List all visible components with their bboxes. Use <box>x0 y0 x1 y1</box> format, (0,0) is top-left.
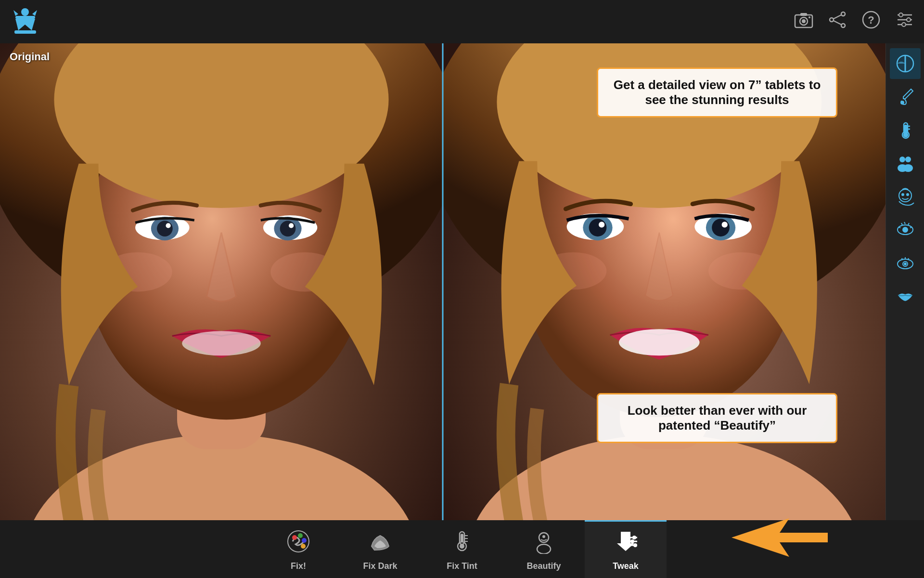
svg-line-15 <box>834 15 841 19</box>
beautify-label: Beautify <box>526 561 561 571</box>
svg-point-74 <box>899 189 911 202</box>
svg-rect-10 <box>800 13 807 16</box>
svg-point-70 <box>899 157 905 162</box>
svg-point-56 <box>712 219 730 236</box>
svg-point-111 <box>633 543 637 547</box>
svg-point-11 <box>808 16 810 18</box>
tooltip-tablets: Get a detailed view on 7” tablets to see… <box>597 67 837 118</box>
sidebar-eye-detail-button[interactable] <box>890 248 921 278</box>
svg-point-71 <box>905 157 911 162</box>
svg-line-79 <box>904 222 905 224</box>
photo-canvas[interactable]: Original Get a detailed view on 7” table… <box>0 43 886 520</box>
tweak-icon <box>613 529 638 557</box>
tweak-button[interactable]: Tweak <box>585 520 667 578</box>
fix-label: Fix! <box>291 561 306 571</box>
svg-point-12 <box>841 12 845 16</box>
svg-point-94 <box>301 544 306 549</box>
svg-point-24 <box>902 23 906 26</box>
sidebar-compare-button[interactable] <box>890 48 921 79</box>
svg-line-80 <box>908 223 909 225</box>
svg-point-75 <box>902 194 904 196</box>
sidebar-lips-button[interactable] <box>890 281 921 312</box>
sidebar-group-button[interactable] <box>890 148 921 179</box>
svg-rect-98 <box>461 534 463 542</box>
svg-point-109 <box>632 536 636 539</box>
svg-line-89 <box>908 258 909 260</box>
svg-point-57 <box>722 222 728 227</box>
beautify-icon <box>531 529 556 557</box>
svg-point-53 <box>599 222 604 227</box>
svg-marker-6 <box>32 10 37 16</box>
logo-icon <box>10 6 41 38</box>
svg-point-23 <box>907 18 911 22</box>
main-photo-area: Original Get a detailed view on 7” table… <box>0 43 886 520</box>
svg-point-38 <box>280 221 296 236</box>
svg-point-110 <box>630 539 634 543</box>
svg-marker-4 <box>13 10 18 16</box>
top-icons: ? <box>794 10 914 34</box>
svg-point-35 <box>166 223 170 228</box>
svg-point-104 <box>542 535 545 538</box>
arrow-indicator <box>732 513 828 564</box>
svg-point-78 <box>903 227 908 232</box>
fix-tint-button[interactable]: Fix Tint <box>421 520 503 578</box>
share-button[interactable] <box>828 10 847 34</box>
svg-point-14 <box>841 24 845 27</box>
svg-point-58 <box>619 329 700 355</box>
svg-point-13 <box>830 18 834 22</box>
svg-text:?: ? <box>868 14 874 26</box>
svg-rect-3 <box>14 30 36 34</box>
svg-point-91 <box>292 535 297 540</box>
app-logo <box>10 6 41 38</box>
svg-point-52 <box>589 219 607 236</box>
help-button[interactable]: ? <box>861 10 881 34</box>
tweak-label: Tweak <box>613 561 639 571</box>
original-label: Original <box>10 51 50 63</box>
svg-point-63 <box>900 101 904 105</box>
sidebar-dropper-button[interactable] <box>890 81 921 112</box>
bottom-toolbar: Fix! Fix Dark Fix Tint <box>0 520 924 578</box>
svg-point-76 <box>907 194 909 196</box>
svg-point-103 <box>537 544 551 554</box>
svg-line-16 <box>834 21 841 25</box>
svg-point-86 <box>904 263 906 265</box>
settings-button[interactable] <box>895 10 914 34</box>
sidebar-eye-button[interactable] <box>890 214 921 245</box>
svg-point-73 <box>903 164 913 172</box>
svg-point-9 <box>802 19 806 23</box>
tooltip-beautify: Look better than ever with our patented … <box>597 393 837 443</box>
svg-point-39 <box>289 223 294 228</box>
svg-point-92 <box>298 533 303 538</box>
face-left <box>0 43 443 520</box>
camera-button[interactable] <box>794 10 813 34</box>
beautify-button[interactable]: Beautify <box>503 520 585 578</box>
top-bar: ? <box>0 0 924 43</box>
right-sidebar <box>886 43 924 520</box>
sidebar-temperature-button[interactable] <box>890 115 921 145</box>
svg-line-82 <box>901 223 902 225</box>
fix-dark-button[interactable]: Fix Dark <box>339 520 421 578</box>
svg-line-87 <box>902 258 902 260</box>
svg-point-22 <box>899 13 903 17</box>
svg-point-93 <box>302 538 307 543</box>
svg-point-40 <box>182 331 261 355</box>
fix-button[interactable]: Fix! <box>257 520 339 578</box>
svg-point-34 <box>157 221 173 236</box>
fix-icon <box>286 529 311 557</box>
fix-tint-icon <box>449 529 475 557</box>
svg-point-97 <box>460 544 464 549</box>
svg-rect-1 <box>15 16 35 19</box>
svg-marker-2 <box>15 19 35 30</box>
sidebar-face-button[interactable] <box>890 181 921 212</box>
comparison-divider[interactable] <box>442 43 444 520</box>
svg-rect-67 <box>905 125 907 133</box>
svg-marker-112 <box>732 518 828 557</box>
fix-dark-icon <box>368 529 393 557</box>
svg-point-31 <box>69 85 364 183</box>
fix-tint-label: Fix Tint <box>447 561 477 571</box>
fix-dark-label: Fix Dark <box>363 561 397 571</box>
